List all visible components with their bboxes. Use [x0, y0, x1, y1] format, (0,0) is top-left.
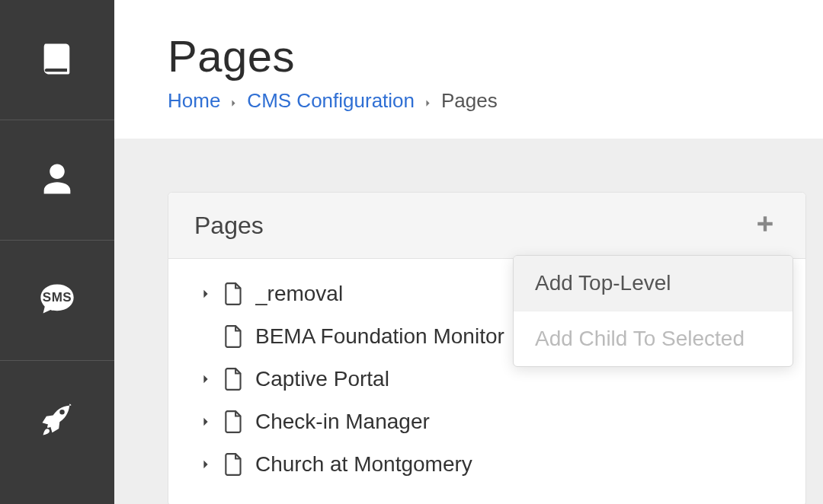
tree-item-label: _removal — [255, 282, 343, 306]
tree-item-label: Check-in Manager — [255, 410, 430, 434]
dropdown-add-top-level[interactable]: Add Top-Level — [514, 256, 793, 311]
tree-item-label: BEMA Foundation Monitor — [255, 324, 504, 349]
rocket-icon — [37, 400, 77, 442]
sidebar-item-rocket[interactable] — [0, 361, 114, 481]
tree-item[interactable]: Check-in Manager — [168, 400, 805, 443]
expand-toggle[interactable] — [193, 374, 219, 384]
sms-icon: SMS — [37, 279, 77, 322]
plus-icon — [755, 223, 775, 236]
content: Pages _removalBEMA Foundation MonitorCap… — [114, 139, 823, 504]
add-dropdown: Add Top-Level Add Child To Selected — [513, 255, 793, 367]
breadcrumb: Home CMS Configuration Pages — [168, 89, 823, 113]
chevron-right-icon — [424, 89, 432, 113]
page-icon — [219, 324, 249, 349]
sidebar: SMS — [0, 0, 114, 504]
pages-panel: Pages _removalBEMA Foundation MonitorCap… — [168, 192, 806, 504]
chevron-right-icon — [229, 89, 238, 113]
page-icon — [219, 367, 249, 391]
page-icon — [219, 410, 249, 434]
add-button[interactable] — [751, 209, 780, 241]
sidebar-item-person[interactable] — [0, 120, 114, 241]
breadcrumb-current: Pages — [441, 89, 498, 113]
breadcrumb-home[interactable]: Home — [168, 89, 220, 113]
tree-item-label: Captive Portal — [255, 367, 389, 391]
main: Pages Home CMS Configuration Pages Pages — [114, 0, 823, 504]
person-icon — [37, 159, 77, 202]
tree-item[interactable]: Church at Montgomery — [168, 443, 805, 486]
page-icon — [219, 452, 249, 477]
sidebar-item-book[interactable] — [0, 0, 114, 120]
sms-label: SMS — [43, 291, 72, 306]
expand-toggle[interactable] — [193, 459, 219, 470]
tree-item-label: Church at Montgomery — [255, 452, 472, 477]
expand-toggle[interactable] — [193, 289, 219, 299]
panel-header: Pages — [168, 193, 805, 259]
page-header: Pages Home CMS Configuration Pages — [114, 0, 823, 139]
page-title: Pages — [168, 30, 823, 81]
book-icon — [37, 39, 77, 81]
sidebar-item-sms[interactable]: SMS — [0, 241, 114, 361]
panel-title: Pages — [194, 212, 264, 240]
expand-toggle[interactable] — [193, 416, 219, 427]
page-icon — [219, 282, 249, 306]
dropdown-add-child[interactable]: Add Child To Selected — [514, 311, 793, 366]
breadcrumb-cms[interactable]: CMS Configuration — [247, 89, 415, 113]
